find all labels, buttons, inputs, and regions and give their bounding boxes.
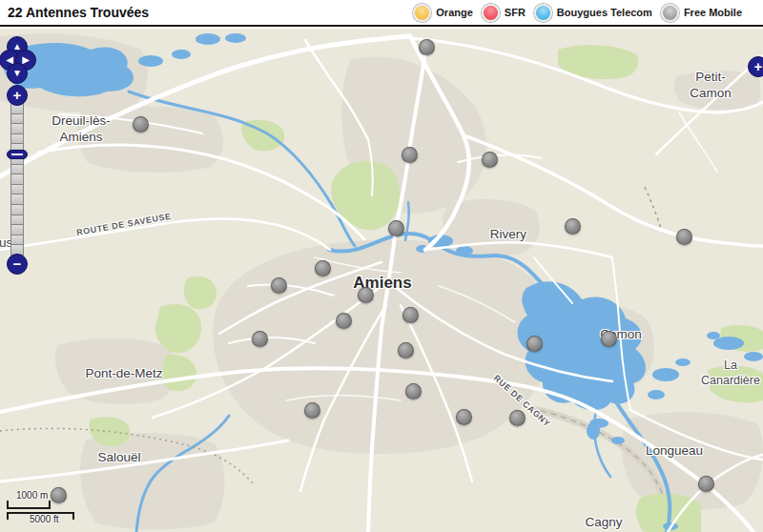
antenna-marker[interactable] <box>565 218 581 235</box>
antenna-marker[interactable] <box>509 410 526 426</box>
antenna-marker[interactable] <box>419 39 435 55</box>
antenna-marker[interactable] <box>51 487 67 503</box>
operator-color-dot <box>534 4 552 22</box>
zoom-slider-track[interactable] <box>10 103 24 256</box>
layer-switcher-button[interactable]: + <box>748 56 763 77</box>
antenna-marker[interactable] <box>482 152 498 168</box>
antenna-marker[interactable] <box>398 342 414 358</box>
arrow-down-icon: ▼ <box>12 69 22 78</box>
operator-color-dot <box>661 4 679 22</box>
antenna-marker[interactable] <box>405 383 422 399</box>
legend-item-orange[interactable]: Orange <box>413 4 473 22</box>
antenna-marker[interactable] <box>315 260 331 276</box>
legend-label: Bouygues Telecom <box>557 7 652 18</box>
antenna-marker[interactable] <box>676 229 692 245</box>
page-title: 22 Antennes Trouvées <box>8 5 149 20</box>
legend-item-bouygues-telecom[interactable]: Bouygues Telecom <box>534 4 652 22</box>
legend-label: Free Mobile <box>684 7 742 18</box>
antenna-marker[interactable] <box>252 331 268 347</box>
antenna-marker[interactable] <box>358 287 374 303</box>
antenna-marker[interactable] <box>456 409 472 425</box>
arrow-right-icon: ▶ <box>22 55 30 65</box>
legend-label: SFR <box>505 7 526 18</box>
zoom-in-button[interactable]: + <box>7 85 28 106</box>
operator-color-dot <box>413 4 431 22</box>
map-canvas[interactable]: Dreuil-lès- AmiensPetit-CamonRiveryAmien… <box>0 29 763 532</box>
plus-icon: + <box>13 88 22 102</box>
antenna-marker[interactable] <box>402 147 418 163</box>
zoom-out-button[interactable]: − <box>7 254 28 275</box>
legend-item-free-mobile[interactable]: Free Mobile <box>661 4 742 22</box>
antenna-marker[interactable] <box>388 220 404 236</box>
zoom-slider-handle[interactable] <box>7 150 28 159</box>
header-bar: 22 Antennes Trouvées OrangeSFRBouygues T… <box>0 0 763 27</box>
legend-item-sfr[interactable]: SFR <box>482 4 526 22</box>
antenna-marker[interactable] <box>336 313 352 329</box>
minus-icon: − <box>13 256 22 271</box>
markers-layer <box>0 29 763 532</box>
pan-down-button[interactable]: ▼ <box>7 63 28 84</box>
antenna-marker[interactable] <box>402 307 419 323</box>
operator-color-dot <box>482 4 500 22</box>
antenna-marker[interactable] <box>526 336 543 352</box>
antenna-marker[interactable] <box>271 277 287 294</box>
antenna-marker[interactable] <box>601 331 617 347</box>
plus-icon: + <box>754 59 763 73</box>
legend-label: Orange <box>436 7 473 18</box>
legend: OrangeSFRBouygues TelecomFree Mobile <box>413 4 742 22</box>
antenna-marker[interactable] <box>133 116 149 133</box>
antenna-marker[interactable] <box>698 476 714 492</box>
antenna-marker[interactable] <box>304 402 320 419</box>
